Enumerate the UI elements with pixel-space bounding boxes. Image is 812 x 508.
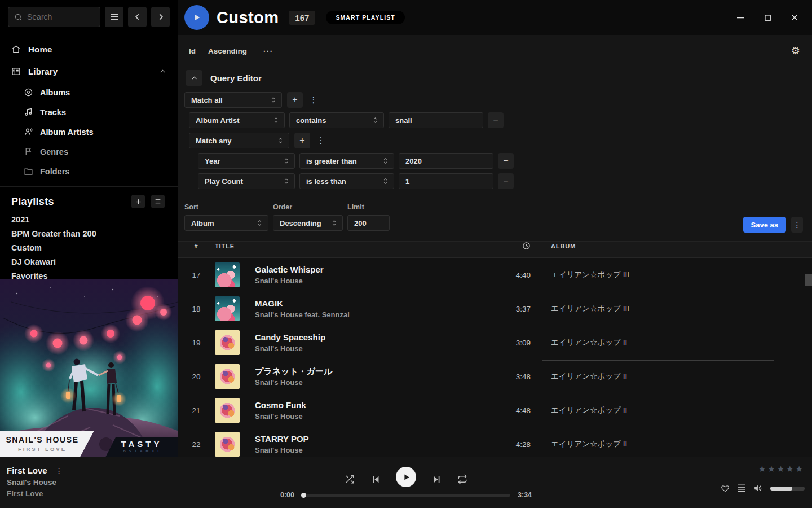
track-duration: 3:48: [480, 373, 531, 381]
track-row[interactable]: 17Galactic WhisperSnail's House4:40エイリアン…: [178, 258, 812, 292]
play-playlist-button[interactable]: [184, 5, 209, 30]
column-album[interactable]: ALBUM: [549, 243, 812, 249]
chevron-up-icon[interactable]: [159, 68, 166, 75]
sidebar: Home Library AlbumsTracksAlbum ArtistsGe…: [0, 0, 178, 457]
now-playing-artwork[interactable]: SNAIL'S HOUSE FIRST LOVE TASTY B S T A M…: [0, 279, 178, 457]
track-album[interactable]: エイリアン☆ポップ II: [549, 326, 812, 360]
playlist-list-button[interactable]: [151, 195, 165, 208]
rating-stars[interactable]: ★★★★★: [758, 464, 805, 474]
now-playing-artist: Snail's House: [7, 478, 63, 487]
rule-operator-select[interactable]: is less than: [299, 173, 394, 189]
track-duration: 4:28: [480, 440, 531, 449]
remove-rule-button[interactable]: −: [488, 112, 504, 128]
sort-menu-button[interactable]: ⋮: [791, 217, 803, 233]
duration-clock-icon[interactable]: [522, 242, 531, 250]
sidebar-item-tracks[interactable]: Tracks: [0, 102, 178, 122]
search-input[interactable]: [27, 12, 94, 21]
playlist-name: DJ Okawari: [11, 257, 56, 266]
favorite-heart-icon[interactable]: [721, 484, 730, 493]
sidebar-item-label: Library: [28, 67, 58, 76]
playlist-item[interactable]: Custom: [0, 240, 178, 255]
seek-bar[interactable]: [302, 494, 510, 497]
shuffle-button[interactable]: [344, 474, 355, 485]
queue-icon[interactable]: [737, 484, 746, 492]
rule-operator-select[interactable]: is greater than: [299, 153, 394, 169]
rule-field-select[interactable]: Year: [198, 153, 295, 169]
remove-rule-button[interactable]: −: [498, 173, 514, 189]
playlist-item[interactable]: 2021: [0, 212, 178, 226]
forward-button[interactable]: [151, 7, 170, 27]
track-row[interactable]: 18MAGIKSnail's House feat. Sennzai3:37エイ…: [178, 292, 812, 326]
track-titles: プラネット・ガールSnail's House: [255, 366, 480, 388]
group-menu-button[interactable]: ⋮: [315, 133, 326, 148]
column-number[interactable]: #: [178, 243, 215, 249]
rule-field-select[interactable]: Album Artist: [189, 112, 285, 128]
match-type-select[interactable]: Match any: [189, 133, 289, 148]
sidebar-item-home[interactable]: Home: [0, 38, 178, 60]
library-icon: [11, 67, 21, 76]
track-album[interactable]: エイリアン☆ポップ II: [549, 360, 812, 393]
menu-icon: [110, 13, 119, 21]
play-pause-button[interactable]: [396, 467, 416, 487]
volume-slider[interactable]: [770, 487, 805, 491]
select-arrows-icon: [283, 177, 289, 185]
rule-value-input[interactable]: [389, 112, 483, 128]
sort-order-button[interactable]: Ascending: [208, 47, 247, 55]
seek-thumb[interactable]: [301, 493, 306, 498]
previous-track-button[interactable]: [370, 474, 381, 485]
close-button[interactable]: [790, 13, 799, 22]
minimize-button[interactable]: [736, 13, 745, 22]
save-as-button[interactable]: Save as: [743, 217, 786, 233]
settings-gear-icon[interactable]: ⚙: [791, 46, 800, 56]
track-row[interactable]: 21Cosmo FunkSnail's House4:48エイリアン☆ポップ I…: [178, 393, 812, 427]
rule-value-input[interactable]: [399, 173, 493, 189]
maximize-button[interactable]: [763, 13, 772, 22]
query-rule-row: Album Artist contains −: [189, 112, 812, 128]
track-album[interactable]: エイリアン☆ポップ II: [549, 427, 812, 457]
add-playlist-button[interactable]: [131, 195, 145, 208]
sidebar-item-albums[interactable]: Albums: [0, 82, 178, 102]
sidebar-item-label: Albums: [40, 88, 70, 97]
rule-operator-select[interactable]: contains: [289, 112, 384, 128]
sidebar-item-folders[interactable]: Folders: [0, 161, 178, 181]
playlist-item[interactable]: BPM Greater than 200: [0, 226, 178, 240]
match-type-select[interactable]: Match all: [184, 92, 282, 108]
next-track-button[interactable]: [431, 474, 442, 485]
volume-icon[interactable]: [753, 484, 763, 493]
now-playing-menu-icon[interactable]: ⋮: [55, 466, 63, 475]
list-toolbar: Id Ascending ⋯ ⚙: [178, 35, 812, 67]
add-rule-button[interactable]: +: [287, 92, 303, 108]
limit-input[interactable]: [347, 215, 390, 231]
back-button[interactable]: [128, 7, 147, 27]
track-album[interactable]: エイリアン☆ポップ III: [549, 258, 812, 292]
sort-select[interactable]: Album: [184, 215, 268, 231]
sidebar-item-library[interactable]: Library: [0, 60, 178, 82]
playlist-item[interactable]: DJ Okawari: [0, 255, 178, 269]
sidebar-item-album-artists[interactable]: Album Artists: [0, 122, 178, 142]
rule-value-input[interactable]: [399, 153, 493, 169]
column-title[interactable]: TITLE: [215, 243, 480, 249]
rule-field-select[interactable]: Play Count: [198, 173, 295, 189]
track-album[interactable]: エイリアン☆ポップ III: [549, 292, 812, 326]
track-row[interactable]: 19Candy SpaceshipSnail's House3:09エイリアン☆…: [178, 326, 812, 360]
menu-button[interactable]: [105, 7, 123, 27]
group-menu-button[interactable]: ⋮: [308, 92, 319, 108]
artwork-artist: SNAIL'S HOUSE: [0, 435, 85, 444]
sidebar-item-genres[interactable]: Genres: [0, 142, 178, 161]
repeat-button[interactable]: [457, 474, 468, 485]
track-row[interactable]: 22STARRY POPSnail's House4:28エイリアン☆ポップ I…: [178, 427, 812, 457]
more-options-icon[interactable]: ⋯: [263, 45, 273, 57]
select-arrows-icon: [273, 116, 279, 124]
sort-field-button[interactable]: Id: [189, 47, 196, 55]
track-album[interactable]: エイリアン☆ポップ II: [549, 393, 812, 427]
chevron-left-icon: [134, 13, 142, 21]
track-row[interactable]: 20プラネット・ガールSnail's House3:48エイリアン☆ポップ II: [178, 360, 812, 393]
track-artist: Snail's House: [255, 411, 480, 422]
order-select[interactable]: Descending: [273, 215, 343, 231]
add-rule-button[interactable]: +: [294, 133, 310, 148]
remove-rule-button[interactable]: −: [498, 153, 514, 169]
favorite-heart-icon[interactable]: [778, 250, 795, 259]
query-editor-collapse-button[interactable]: [186, 70, 202, 86]
list-icon: [154, 198, 162, 205]
now-playing-info: First Love ⋮ Snail's House First Love: [7, 466, 63, 498]
